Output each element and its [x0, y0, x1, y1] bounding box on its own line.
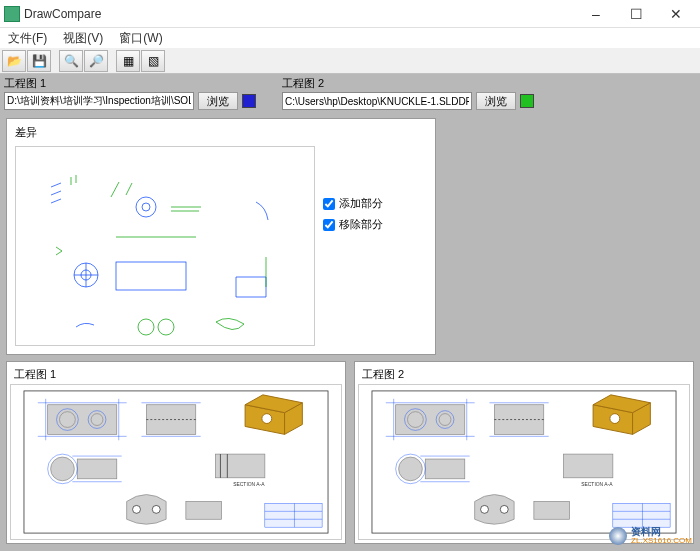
checkbox-add[interactable] [323, 198, 335, 210]
svg-point-43 [439, 414, 451, 426]
svg-point-63 [500, 505, 508, 513]
watermark: 资料网 ZL.XS1616.COM [609, 527, 692, 545]
main-area: 工程图 1 浏览 工程图 2 浏览 差异 [0, 74, 700, 551]
menu-file[interactable]: 文件(F) [4, 28, 51, 49]
watermark-icon [609, 527, 627, 545]
window-controls: – ☐ ✕ [576, 1, 696, 27]
path-label-left: 工程图 1 [4, 76, 256, 91]
path-group-right: 工程图 2 浏览 [282, 76, 534, 110]
zoom-area-icon[interactable]: 🔍 [59, 50, 83, 72]
path-input-right[interactable] [282, 92, 472, 110]
view-panel-left: 工程图 1 [6, 361, 346, 544]
svg-rect-56 [425, 459, 464, 479]
svg-rect-65 [613, 503, 670, 527]
path-group-left: 工程图 1 浏览 [4, 76, 256, 110]
view-title-left: 工程图 1 [10, 365, 342, 384]
svg-rect-64 [534, 501, 570, 519]
svg-rect-2 [116, 262, 186, 290]
open-icon[interactable]: 📂 [2, 50, 26, 72]
diff-canvas[interactable] [15, 146, 315, 346]
diff-title: 差异 [11, 123, 431, 142]
svg-rect-10 [48, 405, 117, 435]
color-swatch-right[interactable] [520, 94, 534, 108]
view-canvas-left[interactable]: SECTION A-A [10, 384, 342, 540]
svg-point-23 [262, 414, 272, 424]
zoom-fit-icon[interactable]: 🔎 [84, 50, 108, 72]
svg-point-33 [133, 505, 141, 513]
svg-point-11 [60, 412, 76, 428]
diff-panel: 差异 [6, 118, 436, 355]
label-add: 添加部分 [339, 196, 383, 211]
svg-point-1 [142, 203, 150, 211]
svg-point-7 [138, 319, 154, 335]
compare-mode1-icon[interactable]: ▦ [116, 50, 140, 72]
svg-point-62 [481, 505, 489, 513]
close-button[interactable]: ✕ [656, 1, 696, 27]
menu-window[interactable]: 窗口(W) [115, 28, 166, 49]
svg-rect-35 [186, 501, 222, 519]
window-title: DrawCompare [24, 7, 576, 21]
svg-point-8 [158, 319, 174, 335]
browse-button-right[interactable]: 浏览 [476, 92, 516, 110]
svg-rect-41 [396, 405, 465, 435]
svg-point-12 [91, 414, 103, 426]
maximize-button[interactable]: ☐ [616, 1, 656, 27]
svg-rect-60 [563, 454, 612, 478]
titlebar: DrawCompare – ☐ ✕ [0, 0, 700, 28]
color-swatch-left[interactable] [242, 94, 256, 108]
path-input-left[interactable] [4, 92, 194, 110]
save-icon[interactable]: 💾 [27, 50, 51, 72]
minimize-button[interactable]: – [576, 1, 616, 27]
svg-point-24 [51, 457, 75, 481]
svg-rect-25 [77, 459, 116, 479]
svg-text:SECTION A-A: SECTION A-A [581, 482, 613, 487]
svg-rect-36 [265, 503, 322, 527]
view-canvas-right[interactable]: SECTION A-A [358, 384, 690, 540]
svg-text:SECTION A-A: SECTION A-A [233, 482, 265, 487]
view-panel-right: 工程图 2 SECTION A-A [354, 361, 694, 544]
view-title-right: 工程图 2 [358, 365, 690, 384]
svg-point-42 [408, 412, 424, 428]
svg-point-55 [399, 457, 423, 481]
svg-point-54 [610, 414, 620, 424]
menubar: 文件(F) 视图(V) 窗口(W) [0, 28, 700, 48]
checkbox-remove[interactable] [323, 219, 335, 231]
svg-rect-29 [215, 454, 264, 478]
panels: 差异 [0, 112, 700, 550]
svg-point-0 [136, 197, 156, 217]
menu-view[interactable]: 视图(V) [59, 28, 107, 49]
diff-options: 添加部分 移除部分 [323, 146, 383, 346]
svg-point-34 [152, 505, 160, 513]
label-remove: 移除部分 [339, 217, 383, 232]
browse-button-left[interactable]: 浏览 [198, 92, 238, 110]
compare-mode2-icon[interactable]: ▧ [141, 50, 165, 72]
app-icon [4, 6, 20, 22]
path-label-right: 工程图 2 [282, 76, 534, 91]
bottom-row: 工程图 1 [6, 361, 694, 544]
toolbar: 📂 💾 🔍 🔎 ▦ ▧ [0, 48, 700, 74]
path-row: 工程图 1 浏览 工程图 2 浏览 [0, 74, 700, 112]
watermark-url: ZL.XS1616.COM [631, 537, 692, 545]
